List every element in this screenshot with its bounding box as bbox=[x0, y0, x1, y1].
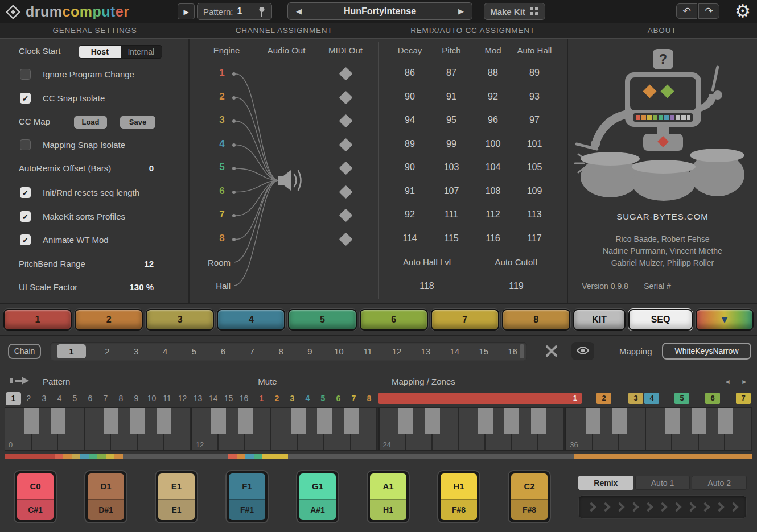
tab-channel-assignment[interactable]: CHANNEL ASSIGNMENT bbox=[190, 23, 378, 38]
play-button[interactable]: ▶ bbox=[178, 3, 195, 19]
pattern-slot-10[interactable]: 10 bbox=[324, 342, 353, 361]
zone-6[interactable]: 6 bbox=[705, 393, 720, 404]
remix-button-auto-2[interactable]: Auto 2 bbox=[692, 476, 747, 490]
cc-value-pitch[interactable]: 99 bbox=[437, 139, 466, 149]
preview-eye-button[interactable] bbox=[571, 342, 594, 360]
black-key[interactable] bbox=[317, 408, 332, 434]
cc-value-decay[interactable]: 92 bbox=[396, 209, 424, 220]
step-3[interactable]: 3 bbox=[36, 392, 52, 405]
tab-general-settings[interactable]: GENERAL SETTINGS bbox=[0, 23, 190, 38]
black-key[interactable] bbox=[291, 408, 306, 434]
step-7[interactable]: 7 bbox=[98, 392, 113, 405]
remix-button-remix[interactable]: Remix bbox=[578, 476, 633, 490]
makekit-sorts-checkbox[interactable]: ✓ bbox=[20, 211, 31, 222]
step-6[interactable]: 6 bbox=[83, 392, 98, 405]
pad-C2[interactable]: C2F#8 bbox=[508, 470, 551, 523]
midi-out-diamond[interactable] bbox=[339, 208, 352, 222]
black-key[interactable] bbox=[478, 408, 493, 434]
channel-button-1[interactable]: 1 bbox=[3, 309, 72, 331]
cc-value-pitch[interactable]: 103 bbox=[437, 162, 466, 172]
step-16[interactable]: 16 bbox=[236, 392, 252, 405]
cc-value-mod[interactable]: 104 bbox=[479, 162, 507, 172]
pattern-slot-14[interactable]: 14 bbox=[440, 342, 469, 361]
mute-channel-7[interactable]: 7 bbox=[346, 392, 361, 405]
channel-button-2[interactable]: 2 bbox=[75, 309, 143, 331]
mapping-mode-button[interactable]: WhiteKeysNarrow bbox=[662, 343, 751, 360]
black-key[interactable] bbox=[51, 408, 65, 434]
pattern-copy-arrow-icon[interactable] bbox=[10, 376, 31, 387]
cc-value-decay[interactable]: 90 bbox=[396, 92, 424, 102]
black-key[interactable] bbox=[238, 408, 253, 434]
cc-value-mod[interactable]: 96 bbox=[479, 115, 507, 125]
black-key[interactable] bbox=[612, 408, 627, 434]
pattern-slot-15[interactable]: 15 bbox=[469, 342, 498, 361]
cc-value-pitch[interactable]: 111 bbox=[437, 209, 466, 220]
cc-value-autohall[interactable]: 109 bbox=[520, 186, 549, 196]
cc-value-autohall[interactable]: 89 bbox=[520, 68, 549, 78]
pad-C0[interactable]: C0C#1 bbox=[14, 470, 57, 523]
pad-A1[interactable]: A1H1 bbox=[367, 470, 410, 523]
channel-button-5[interactable]: 5 bbox=[288, 309, 356, 331]
midi-out-diamond[interactable] bbox=[339, 232, 352, 246]
black-key[interactable] bbox=[24, 408, 39, 434]
cc-value-autohall[interactable]: 97 bbox=[520, 115, 549, 125]
pattern-slot-13[interactable]: 13 bbox=[412, 342, 441, 361]
step-8[interactable]: 8 bbox=[113, 392, 129, 405]
cc-value-pitch[interactable]: 87 bbox=[437, 68, 466, 78]
preset-prev-button[interactable]: ◀ bbox=[288, 7, 310, 15]
cc-value-pitch[interactable]: 107 bbox=[437, 186, 466, 196]
pattern-slot-11[interactable]: 11 bbox=[353, 342, 382, 361]
remix-button-auto-1[interactable]: Auto 1 bbox=[635, 476, 690, 490]
step-5[interactable]: 5 bbox=[67, 392, 83, 405]
black-key[interactable] bbox=[692, 408, 706, 434]
redo-button[interactable]: ↷ bbox=[698, 3, 719, 19]
ignore-program-change-checkbox[interactable] bbox=[20, 69, 31, 80]
zone-5[interactable]: 5 bbox=[674, 393, 689, 404]
pattern-slot-6[interactable]: 6 bbox=[208, 342, 237, 361]
midi-out-diamond[interactable] bbox=[339, 67, 352, 80]
mute-channel-5[interactable]: 5 bbox=[315, 392, 331, 405]
midi-out-diamond[interactable] bbox=[339, 90, 352, 104]
channel-button-8[interactable]: 8 bbox=[502, 309, 570, 331]
black-key[interactable] bbox=[586, 408, 600, 434]
step-12[interactable]: 12 bbox=[175, 392, 190, 405]
slot-strip-handle[interactable] bbox=[520, 344, 524, 358]
zone-prev-button[interactable]: ◄ bbox=[724, 378, 731, 386]
pattern-selector[interactable]: Pattern: 1 bbox=[197, 3, 272, 20]
make-kit-button[interactable]: Make Kit bbox=[484, 3, 545, 20]
cc-value-autohall[interactable]: 105 bbox=[520, 162, 549, 172]
channel-button-3[interactable]: 3 bbox=[146, 309, 214, 331]
black-key[interactable] bbox=[211, 408, 226, 434]
midi-out-diamond[interactable] bbox=[339, 138, 352, 151]
pattern-slot-2[interactable]: 2 bbox=[93, 342, 122, 361]
pattern-slot-1[interactable]: 1 bbox=[57, 344, 86, 358]
cc-value-pitch[interactable]: 115 bbox=[437, 233, 466, 244]
step-4[interactable]: 4 bbox=[52, 392, 67, 405]
cc-value-autohall[interactable]: 101 bbox=[520, 139, 549, 149]
pad-H1[interactable]: H1F#8 bbox=[437, 470, 480, 523]
step-15[interactable]: 15 bbox=[221, 392, 236, 405]
mapping-snap-isolate-checkbox[interactable] bbox=[20, 139, 31, 150]
pattern-slot-5[interactable]: 5 bbox=[180, 342, 209, 361]
pattern-slot-8[interactable]: 8 bbox=[266, 342, 295, 361]
black-key[interactable] bbox=[344, 408, 359, 434]
mute-channel-1[interactable]: 1 bbox=[254, 392, 269, 405]
zone-7[interactable]: 7 bbox=[736, 393, 751, 404]
black-key[interactable] bbox=[157, 408, 171, 434]
mute-channel-8[interactable]: 8 bbox=[361, 392, 377, 405]
channel-button-SEQ[interactable]: SEQ bbox=[628, 309, 692, 331]
cc-map-save-button[interactable]: Save bbox=[120, 116, 155, 129]
tab-remix-auto-cc-assignment[interactable]: REMIX/AUTO CC ASSIGNMENT bbox=[378, 23, 567, 38]
black-key[interactable] bbox=[398, 408, 413, 434]
pattern-slot-4[interactable]: 4 bbox=[151, 342, 180, 361]
pad-D1[interactable]: D1D#1 bbox=[84, 470, 127, 523]
pad-F1[interactable]: F1F#1 bbox=[225, 470, 269, 523]
cc-value-mod[interactable]: 112 bbox=[479, 209, 507, 220]
preset-next-button[interactable]: ▶ bbox=[450, 7, 472, 15]
undo-button[interactable]: ↶ bbox=[676, 3, 697, 19]
zone-next-button[interactable]: ► bbox=[741, 378, 748, 386]
channel-button-random-kit[interactable]: ▼ bbox=[696, 309, 754, 331]
pitchbend-range-value[interactable]: 12 bbox=[113, 259, 154, 269]
pattern-slot-7[interactable]: 7 bbox=[237, 342, 266, 361]
zone-3[interactable]: 3 bbox=[628, 393, 643, 404]
